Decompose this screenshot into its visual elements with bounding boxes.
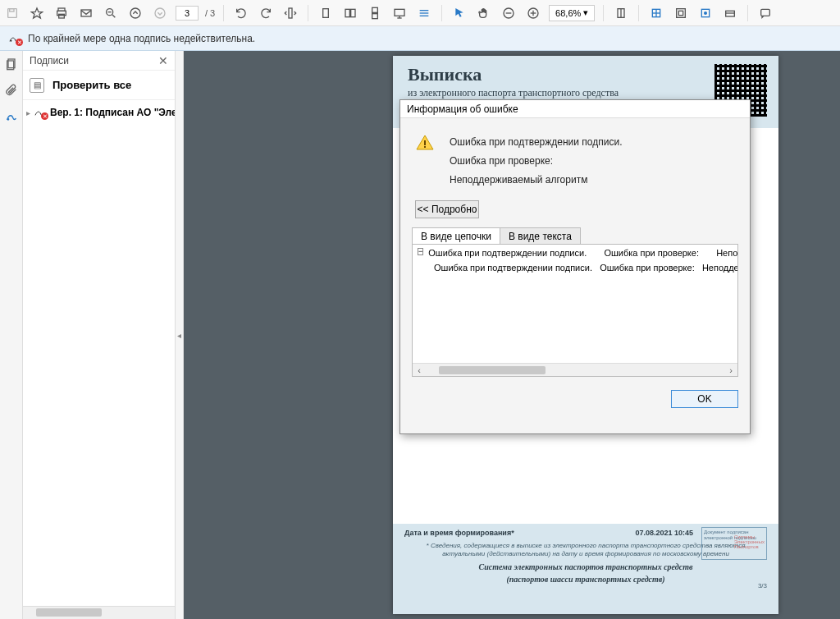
fit-width-icon[interactable] <box>281 4 299 22</box>
tool4-icon[interactable] <box>696 4 714 22</box>
redo-icon[interactable] <box>257 4 275 22</box>
svg-rect-16 <box>372 7 378 12</box>
signature-warning-bar: ✕ По крайней мере одна подпись недействи… <box>0 26 840 51</box>
presentation-icon[interactable] <box>390 4 409 22</box>
dialog-msg-1: Ошибка при подтверждении подписи. <box>450 133 622 152</box>
ok-button[interactable]: OK <box>671 390 738 408</box>
tree-options-icon[interactable]: ▤ <box>30 78 44 93</box>
attachments-panel-icon[interactable] <box>3 82 20 99</box>
svg-rect-1 <box>10 8 14 11</box>
svg-rect-17 <box>372 13 378 18</box>
warning-triangle-icon <box>415 133 435 153</box>
hand-icon[interactable] <box>475 4 493 22</box>
signature-stamp: Документ подписан электронной подписью С… <box>701 527 767 560</box>
dialog-msg-3: Неподдерживаемый алгоритм <box>450 171 622 190</box>
signatures-panel-title: Подписи <box>30 55 69 66</box>
svg-rect-13 <box>323 8 329 17</box>
doc-date-label: Дата и время формирования* <box>404 529 514 537</box>
close-panel-icon[interactable]: ✕ <box>158 54 168 67</box>
print-icon[interactable] <box>52 4 71 22</box>
mail-icon[interactable] <box>77 4 95 22</box>
error-tree-view[interactable]: − Ошибка при подтверждении подписи. Ошиб… <box>412 244 738 377</box>
doc-system-line2: (паспортов шасси транспортных средств) <box>404 575 767 584</box>
doc-system-line1: Система электронных паспортов транспортн… <box>404 562 767 571</box>
dialog-msg-2: Ошибка при проверке: <box>450 152 622 171</box>
tab-chain[interactable]: В виде цепочки <box>412 227 500 245</box>
save-icon[interactable] <box>3 4 21 22</box>
comment-icon[interactable] <box>756 4 774 22</box>
signatures-panel-icon[interactable] <box>3 108 20 125</box>
svg-line-8 <box>112 15 115 17</box>
doc-date-value: 07.08.2021 10:45 <box>635 529 693 537</box>
collapse-panel-handle[interactable]: ◂ <box>176 51 184 619</box>
svg-point-41 <box>11 40 11 41</box>
svg-point-37 <box>705 11 707 14</box>
zoom-plus-icon[interactable] <box>524 4 542 22</box>
signature-invalid-icon: ✕ <box>8 33 21 44</box>
doc-title: Выписка <box>408 64 764 85</box>
svg-rect-14 <box>345 9 349 16</box>
svg-marker-2 <box>31 8 42 18</box>
expand-caret-icon[interactable]: ▸ <box>26 108 30 117</box>
tree-hscrollbar[interactable]: ‹› <box>413 363 737 376</box>
svg-rect-34 <box>677 8 686 17</box>
zoom-out-icon[interactable] <box>102 4 120 22</box>
tool5-icon[interactable] <box>721 4 739 22</box>
signatures-panel: Подписи ✕ ▤ Проверить все ▸ ✕ Вер. 1: По… <box>23 51 176 619</box>
zoom-select[interactable]: 68,6% ▾ <box>549 5 595 21</box>
zoom-minus-icon[interactable] <box>500 4 518 22</box>
page-down-icon[interactable] <box>151 4 169 22</box>
signature-invalid-icon: ✕ <box>34 107 47 118</box>
svg-point-10 <box>130 8 140 18</box>
panel-hscrollbar[interactable] <box>23 606 175 619</box>
pages-panel-icon[interactable] <box>3 56 20 72</box>
page-up-icon[interactable] <box>126 4 144 22</box>
signature-rev-label: Вер. 1: Подписан АО "Электрон <box>50 107 175 118</box>
svg-point-44 <box>7 119 8 120</box>
svg-rect-6 <box>81 10 91 16</box>
side-toolbar <box>0 51 23 619</box>
details-toggle-button[interactable]: << Подробно <box>415 200 479 218</box>
continuous-icon[interactable] <box>366 4 384 22</box>
svg-point-11 <box>155 8 165 18</box>
pointer-icon[interactable] <box>450 4 468 22</box>
two-page-icon[interactable] <box>341 4 359 22</box>
doc-page-number: 3/3 <box>758 582 767 589</box>
undo-icon[interactable] <box>232 4 250 22</box>
page-number-input[interactable] <box>176 6 199 21</box>
svg-rect-45 <box>424 140 426 145</box>
verify-all-button[interactable]: Проверить все <box>52 79 131 91</box>
svg-rect-18 <box>395 9 404 16</box>
svg-rect-12 <box>289 8 292 18</box>
page-total-label: / 3 <box>205 8 215 18</box>
single-page-icon[interactable] <box>317 4 335 22</box>
star-icon[interactable] <box>28 4 46 22</box>
doc-subtitle: из электронного паспорта транспортного с… <box>408 87 764 99</box>
tool3-icon[interactable] <box>672 4 690 22</box>
dialog-title: Информация об ошибке <box>400 100 750 118</box>
tool2-icon[interactable] <box>647 4 665 22</box>
error-info-dialog: Информация об ошибке Ошибка при подтверж… <box>399 99 751 434</box>
main-toolbar: / 3 68,6% ▾ <box>0 0 840 26</box>
signature-warning-text: По крайней мере одна подпись недействите… <box>28 33 255 44</box>
svg-rect-46 <box>424 146 426 148</box>
lines-icon[interactable] <box>415 4 433 22</box>
svg-rect-35 <box>679 11 683 15</box>
svg-rect-15 <box>351 9 355 16</box>
svg-rect-38 <box>726 11 735 16</box>
tree-collapse-icon[interactable]: − <box>418 248 423 255</box>
tab-text[interactable]: В виде текста <box>500 227 581 245</box>
svg-rect-40 <box>761 9 770 16</box>
tool1-icon[interactable] <box>612 4 630 22</box>
signature-tree-row[interactable]: ▸ ✕ Вер. 1: Подписан АО "Электрон <box>26 107 171 118</box>
